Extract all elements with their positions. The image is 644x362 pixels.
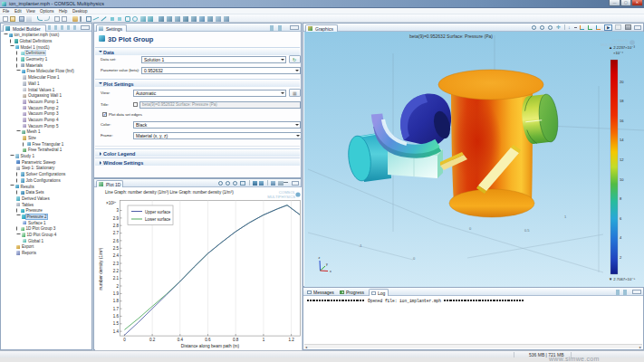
svg-text:x: x: [330, 270, 332, 273]
svg-text:10: 10: [620, 177, 624, 182]
svg-text:Distance along beam path (m): Distance along beam path (m): [181, 344, 240, 348]
svg-text:0.8: 0.8: [233, 338, 239, 342]
svg-text:2: 2: [116, 284, 119, 289]
svg-text:0.2: 0.2: [149, 338, 156, 342]
svg-text:16: 16: [620, 119, 624, 123]
svg-text:20: 20: [620, 80, 624, 84]
svg-text:18: 18: [620, 99, 624, 103]
svg-text:12: 12: [620, 157, 624, 162]
svg-text:1.7: 1.7: [113, 307, 120, 311]
svg-text:1: 1: [263, 338, 265, 342]
svg-text:Upper surface: Upper surface: [145, 210, 171, 214]
svg-text:1.4: 1.4: [113, 329, 120, 334]
svg-text:MULTIPHYSICS: MULTIPHYSICS: [267, 195, 295, 199]
svg-text:1.5: 1.5: [113, 321, 120, 326]
svg-text:×10²⁰: ×10²⁰: [106, 201, 116, 205]
svg-text:▲ 2.2237×10⁻³: ▲ 2.2237×10⁻³: [609, 45, 635, 50]
svg-text:×10⁻⁴: ×10⁻⁴: [613, 51, 623, 55]
svg-text:2.9: 2.9: [113, 216, 120, 221]
svg-text:Lower surface: Lower surface: [145, 217, 171, 222]
svg-text:0.4: 0.4: [178, 338, 184, 342]
svg-text:2.4: 2.4: [113, 253, 120, 258]
svg-text:2.7: 2.7: [113, 231, 120, 235]
svg-text:14: 14: [620, 138, 624, 142]
svg-text:0.5: 0.5: [524, 228, 530, 233]
svg-text:0.6: 0.6: [205, 338, 211, 342]
svg-text:2.3: 2.3: [113, 262, 120, 266]
svg-text:▼ 2.7067×10⁻⁵: ▼ 2.7067×10⁻⁵: [609, 277, 635, 281]
svg-text:1.2: 1.2: [288, 338, 294, 342]
svg-text:2.8: 2.8: [113, 224, 120, 228]
svg-text:y: y: [326, 262, 328, 266]
svg-text:2.6: 2.6: [113, 239, 120, 243]
svg-text:2.1: 2.1: [113, 276, 120, 281]
svg-text:z: z: [319, 256, 321, 260]
svg-text:2.2: 2.2: [113, 269, 120, 273]
svg-text:1.9: 1.9: [113, 291, 120, 296]
svg-text:1.6: 1.6: [113, 314, 120, 319]
svg-text:1.8: 1.8: [113, 299, 120, 303]
svg-text:number density (1/m³): number density (1/m³): [99, 247, 103, 290]
svg-text:Line Graph: number density (1/: Line Graph: number density (1/m³) Line G…: [105, 190, 234, 195]
svg-text:3: 3: [116, 208, 119, 213]
svg-text:2.5: 2.5: [113, 246, 120, 251]
svg-text:0: 0: [123, 338, 126, 342]
svg-text:beta(9)=0.952632 Surface: Pre: beta(9)=0.952632 Surface: Pressure (Pa): [409, 33, 493, 39]
